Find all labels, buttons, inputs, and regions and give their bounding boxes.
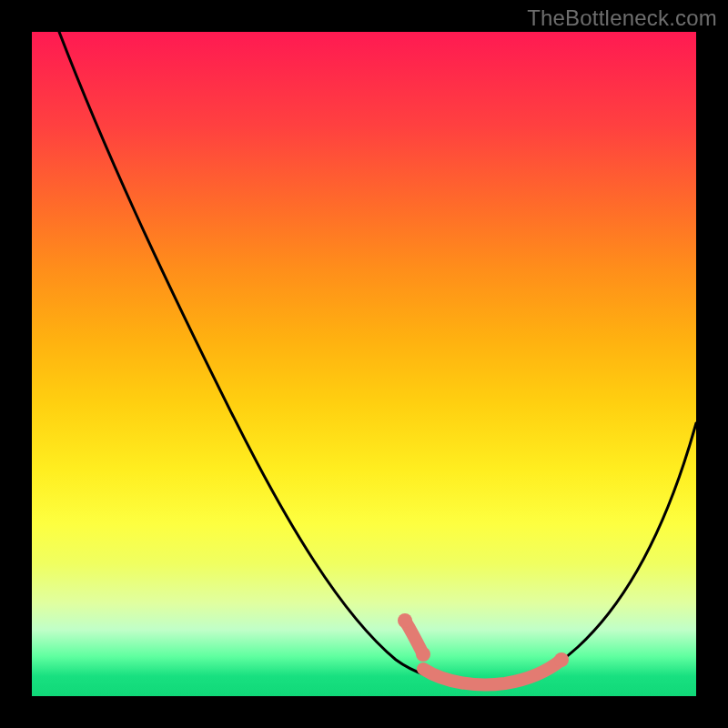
curve-layer xyxy=(32,32,696,696)
marker-endcaps xyxy=(398,613,569,667)
svg-point-2 xyxy=(554,652,569,667)
chart-frame: TheBottleneck.com xyxy=(0,0,728,728)
bottleneck-curve xyxy=(59,32,696,683)
svg-point-0 xyxy=(398,613,412,628)
svg-point-1 xyxy=(416,647,430,662)
plot-area xyxy=(32,32,696,696)
watermark-text: TheBottleneck.com xyxy=(527,5,717,31)
